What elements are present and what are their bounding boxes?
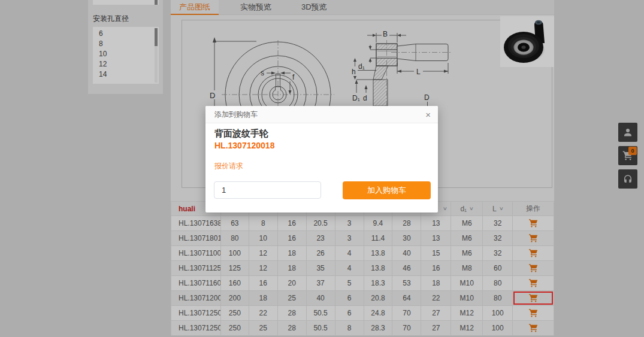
add-to-cart-button[interactable]: 加入购物车 [343, 181, 431, 199]
product-name: 背面波纹手轮 [214, 128, 268, 139]
close-icon[interactable]: × [425, 106, 431, 123]
part-number: HL.1307120018 [214, 141, 274, 150]
quote-request-link[interactable]: 报价请求 [214, 161, 243, 171]
page: 安装孔直径 68101214 产品图纸实物预览3D预览 [0, 0, 644, 337]
quantity-input[interactable] [214, 181, 321, 199]
modal-title: 添加到购物车 [214, 110, 258, 119]
add-to-cart-modal: 添加到购物车 × 背面波纹手轮 HL.1307120018 报价请求 加入购物车 [205, 106, 438, 212]
modal-header: 添加到购物车 × [205, 106, 438, 123]
